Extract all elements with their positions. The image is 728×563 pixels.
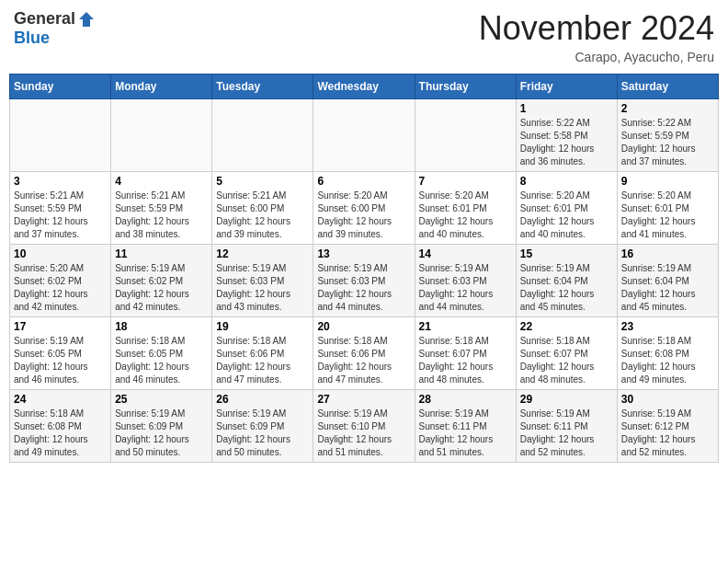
day-number: 26 [216, 393, 309, 406]
day-cell: 4Sunrise: 5:21 AM Sunset: 5:59 PM Daylig… [111, 172, 212, 245]
day-cell: 15Sunrise: 5:19 AM Sunset: 6:04 PM Dayli… [516, 245, 617, 317]
day-number: 1 [520, 102, 613, 115]
day-info: Sunrise: 5:18 AM Sunset: 6:07 PM Dayligh… [419, 335, 512, 386]
day-cell: 5Sunrise: 5:21 AM Sunset: 6:00 PM Daylig… [212, 172, 313, 245]
day-info: Sunrise: 5:18 AM Sunset: 6:07 PM Dayligh… [520, 335, 613, 386]
logo-general: General [14, 9, 75, 29]
day-info: Sunrise: 5:22 AM Sunset: 5:59 PM Dayligh… [621, 117, 714, 168]
day-cell: 16Sunrise: 5:19 AM Sunset: 6:04 PM Dayli… [617, 245, 718, 317]
day-cell: 30Sunrise: 5:19 AM Sunset: 6:12 PM Dayli… [617, 390, 718, 463]
day-info: Sunrise: 5:19 AM Sunset: 6:09 PM Dayligh… [115, 408, 208, 459]
day-cell [10, 99, 111, 172]
day-info: Sunrise: 5:20 AM Sunset: 6:01 PM Dayligh… [621, 190, 714, 241]
day-number: 18 [115, 320, 208, 333]
day-cell: 24Sunrise: 5:18 AM Sunset: 6:08 PM Dayli… [10, 390, 111, 463]
day-cell: 10Sunrise: 5:20 AM Sunset: 6:02 PM Dayli… [10, 245, 111, 317]
day-cell: 25Sunrise: 5:19 AM Sunset: 6:09 PM Dayli… [111, 390, 212, 463]
day-number: 16 [621, 247, 714, 260]
day-cell: 19Sunrise: 5:18 AM Sunset: 6:06 PM Dayli… [212, 317, 313, 390]
day-number: 22 [520, 320, 613, 333]
day-info: Sunrise: 5:20 AM Sunset: 6:00 PM Dayligh… [317, 190, 410, 241]
day-info: Sunrise: 5:18 AM Sunset: 6:06 PM Dayligh… [317, 335, 410, 386]
header-row: SundayMondayTuesdayWednesdayThursdayFrid… [10, 75, 719, 99]
day-info: Sunrise: 5:19 AM Sunset: 6:10 PM Dayligh… [317, 408, 410, 459]
day-cell [415, 99, 516, 172]
day-cell: 7Sunrise: 5:20 AM Sunset: 6:01 PM Daylig… [415, 172, 516, 245]
day-cell: 21Sunrise: 5:18 AM Sunset: 6:07 PM Dayli… [415, 317, 516, 390]
day-number: 28 [419, 393, 512, 406]
logo: General Blue [14, 9, 96, 48]
day-number: 24 [14, 393, 107, 406]
day-info: Sunrise: 5:19 AM Sunset: 6:03 PM Dayligh… [216, 262, 309, 314]
header-day-tuesday: Tuesday [212, 75, 313, 99]
header-day-wednesday: Wednesday [313, 75, 415, 99]
page-header: General Blue November 2024 Carapo, Ayacu… [9, 9, 719, 64]
day-info: Sunrise: 5:18 AM Sunset: 6:05 PM Dayligh… [115, 335, 208, 386]
week-row-5: 24Sunrise: 5:18 AM Sunset: 6:08 PM Dayli… [10, 390, 719, 463]
day-cell: 22Sunrise: 5:18 AM Sunset: 6:07 PM Dayli… [516, 317, 617, 390]
day-cell: 23Sunrise: 5:18 AM Sunset: 6:08 PM Dayli… [617, 317, 718, 390]
day-number: 25 [115, 393, 208, 406]
header-day-saturday: Saturday [617, 75, 718, 99]
header-day-sunday: Sunday [10, 75, 111, 99]
day-cell: 6Sunrise: 5:20 AM Sunset: 6:00 PM Daylig… [313, 172, 415, 245]
logo-blue: Blue [14, 29, 50, 47]
day-info: Sunrise: 5:21 AM Sunset: 6:00 PM Dayligh… [216, 190, 309, 241]
day-info: Sunrise: 5:19 AM Sunset: 6:11 PM Dayligh… [520, 408, 613, 459]
header-day-thursday: Thursday [415, 75, 516, 99]
day-cell: 26Sunrise: 5:19 AM Sunset: 6:09 PM Dayli… [212, 390, 313, 463]
calendar-body: 1Sunrise: 5:22 AM Sunset: 5:58 PM Daylig… [10, 99, 719, 463]
location: Carapo, Ayacucho, Peru [479, 50, 714, 64]
day-number: 23 [621, 320, 714, 333]
day-number: 7 [419, 175, 512, 188]
day-number: 12 [216, 247, 309, 260]
header-day-monday: Monday [111, 75, 212, 99]
day-cell: 17Sunrise: 5:19 AM Sunset: 6:05 PM Dayli… [10, 317, 111, 390]
day-info: Sunrise: 5:19 AM Sunset: 6:05 PM Dayligh… [14, 335, 107, 386]
day-number: 20 [317, 320, 410, 333]
day-info: Sunrise: 5:19 AM Sunset: 6:09 PM Dayligh… [216, 408, 309, 459]
header-day-friday: Friday [516, 75, 617, 99]
day-cell: 2Sunrise: 5:22 AM Sunset: 5:59 PM Daylig… [617, 99, 718, 172]
day-info: Sunrise: 5:19 AM Sunset: 6:11 PM Dayligh… [419, 408, 512, 459]
day-info: Sunrise: 5:18 AM Sunset: 6:08 PM Dayligh… [14, 408, 107, 459]
day-number: 3 [14, 175, 107, 188]
week-row-3: 10Sunrise: 5:20 AM Sunset: 6:02 PM Dayli… [10, 245, 719, 317]
day-number: 29 [520, 393, 613, 406]
day-info: Sunrise: 5:20 AM Sunset: 6:02 PM Dayligh… [14, 262, 107, 314]
day-info: Sunrise: 5:19 AM Sunset: 6:03 PM Dayligh… [419, 262, 512, 314]
day-cell: 8Sunrise: 5:20 AM Sunset: 6:01 PM Daylig… [516, 172, 617, 245]
day-cell: 18Sunrise: 5:18 AM Sunset: 6:05 PM Dayli… [111, 317, 212, 390]
day-number: 6 [317, 175, 410, 188]
day-number: 2 [621, 102, 714, 115]
day-number: 27 [317, 393, 410, 406]
day-number: 8 [520, 175, 613, 188]
day-info: Sunrise: 5:22 AM Sunset: 5:58 PM Dayligh… [520, 117, 613, 168]
day-cell: 14Sunrise: 5:19 AM Sunset: 6:03 PM Dayli… [415, 245, 516, 317]
day-number: 30 [621, 393, 714, 406]
day-cell [111, 99, 212, 172]
week-row-4: 17Sunrise: 5:19 AM Sunset: 6:05 PM Dayli… [10, 317, 719, 390]
week-row-2: 3Sunrise: 5:21 AM Sunset: 5:59 PM Daylig… [10, 172, 719, 245]
day-number: 11 [115, 247, 208, 260]
day-info: Sunrise: 5:18 AM Sunset: 6:08 PM Dayligh… [621, 335, 714, 386]
day-info: Sunrise: 5:20 AM Sunset: 6:01 PM Dayligh… [419, 190, 512, 241]
day-info: Sunrise: 5:19 AM Sunset: 6:12 PM Dayligh… [621, 408, 714, 459]
day-info: Sunrise: 5:21 AM Sunset: 5:59 PM Dayligh… [115, 190, 208, 241]
day-cell: 13Sunrise: 5:19 AM Sunset: 6:03 PM Dayli… [313, 245, 415, 317]
day-number: 5 [216, 175, 309, 188]
day-number: 14 [419, 247, 512, 260]
day-cell: 9Sunrise: 5:20 AM Sunset: 6:01 PM Daylig… [617, 172, 718, 245]
svg-marker-0 [79, 12, 94, 27]
day-cell [313, 99, 415, 172]
day-number: 10 [14, 247, 107, 260]
day-cell: 3Sunrise: 5:21 AM Sunset: 5:59 PM Daylig… [10, 172, 111, 245]
day-cell: 12Sunrise: 5:19 AM Sunset: 6:03 PM Dayli… [212, 245, 313, 317]
day-number: 4 [115, 175, 208, 188]
day-number: 21 [419, 320, 512, 333]
day-number: 15 [520, 247, 613, 260]
week-row-1: 1Sunrise: 5:22 AM Sunset: 5:58 PM Daylig… [10, 99, 719, 172]
calendar-header: SundayMondayTuesdayWednesdayThursdayFrid… [10, 75, 719, 99]
day-cell: 27Sunrise: 5:19 AM Sunset: 6:10 PM Dayli… [313, 390, 415, 463]
day-cell [212, 99, 313, 172]
